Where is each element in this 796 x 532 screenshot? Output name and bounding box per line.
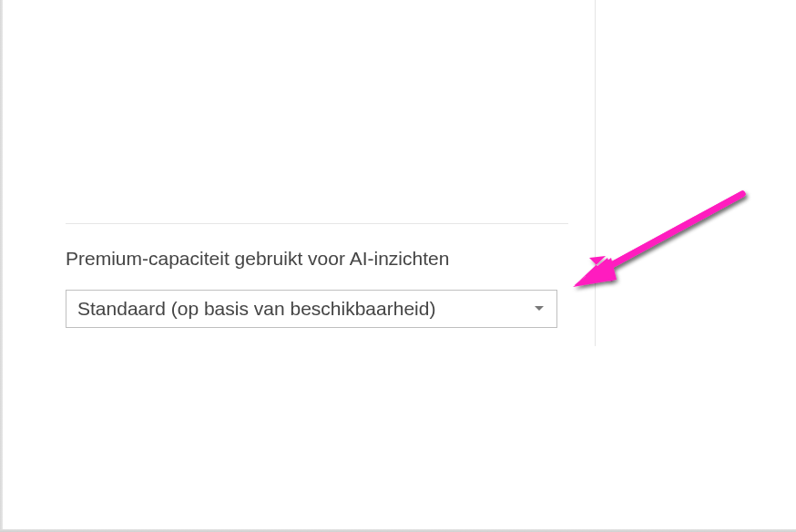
window-left-border [0, 0, 3, 529]
svg-line-3 [597, 194, 742, 273]
svg-line-0 [595, 194, 742, 274]
ai-insights-capacity-label: Premium-capaciteit gebruikt voor AI-inzi… [66, 248, 568, 270]
ai-insights-capacity-dropdown[interactable]: Standaard (op basis van beschikbaarheid) [66, 290, 557, 328]
panel-right-divider [595, 0, 596, 346]
annotation-arrow-icon [569, 187, 770, 296]
svg-marker-1 [575, 256, 613, 285]
chevron-down-icon [535, 306, 544, 312]
dropdown-selected-value: Standaard (op basis van beschikbaarheid) [77, 298, 526, 320]
section-divider [66, 223, 568, 224]
settings-section: Premium-capaciteit gebruikt voor AI-inzi… [66, 223, 568, 328]
